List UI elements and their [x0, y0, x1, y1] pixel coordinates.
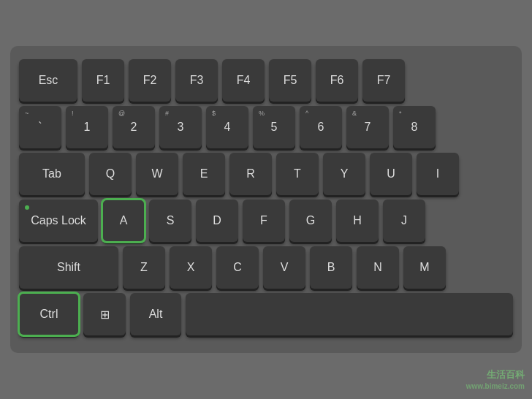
key-f4[interactable]: F4: [222, 59, 265, 102]
key-t[interactable]: T: [276, 153, 319, 195]
key-8[interactable]: *8: [393, 106, 436, 148]
key-tab[interactable]: Tab: [19, 153, 85, 195]
key-row-row-zxcv: ShiftZXCVBNM: [19, 246, 513, 289]
key-b[interactable]: B: [310, 246, 352, 289]
key-w[interactable]: W: [136, 153, 178, 195]
key-f7[interactable]: F7: [362, 59, 405, 102]
key-5[interactable]: %5: [253, 106, 295, 148]
key-space[interactable]: [186, 293, 513, 335]
key-6[interactable]: ^6: [300, 106, 342, 148]
key-row-row-qwerty: TabQWERTYUI: [19, 153, 513, 195]
key-a[interactable]: A: [102, 200, 145, 242]
key-2[interactable]: @2: [113, 106, 155, 148]
keyboard: EscF1F2F3F4F5F6F7~`!1@2#3$4%5^6&7*8TabQW…: [10, 46, 522, 353]
key-f3[interactable]: F3: [175, 59, 218, 102]
key-f1[interactable]: F1: [82, 59, 124, 102]
key-g[interactable]: G: [289, 200, 332, 242]
key-win[interactable]: ⊞: [83, 293, 126, 335]
key-s[interactable]: S: [149, 200, 191, 242]
watermark-line1: 生活百科: [466, 368, 525, 381]
key-u[interactable]: U: [370, 153, 412, 195]
key-i[interactable]: I: [417, 153, 459, 195]
key-v[interactable]: V: [263, 246, 305, 289]
key-f5[interactable]: F5: [269, 59, 311, 102]
key-3[interactable]: #3: [159, 106, 202, 148]
key-backtick[interactable]: ~`: [19, 106, 61, 148]
key-f6[interactable]: F6: [316, 59, 358, 102]
key-alt[interactable]: Alt: [130, 293, 181, 335]
key-capslock[interactable]: Caps Lock: [19, 200, 98, 242]
key-d[interactable]: D: [196, 200, 238, 242]
key-row-row-num: ~`!1@2#3$4%5^6&7*8: [19, 106, 513, 148]
key-7[interactable]: &7: [346, 106, 389, 148]
key-m[interactable]: M: [403, 246, 446, 289]
key-h[interactable]: H: [336, 200, 379, 242]
key-esc[interactable]: Esc: [19, 59, 77, 102]
key-c[interactable]: C: [216, 246, 259, 289]
key-j[interactable]: J: [383, 200, 425, 242]
key-r[interactable]: R: [229, 153, 272, 195]
watermark-line2: www.bimeiz.com: [466, 381, 525, 392]
key-shift[interactable]: Shift: [19, 246, 118, 289]
key-e[interactable]: E: [183, 153, 225, 195]
key-ctrl[interactable]: Ctrl: [19, 293, 79, 335]
key-f[interactable]: F: [243, 200, 285, 242]
key-q[interactable]: Q: [89, 153, 132, 195]
key-y[interactable]: Y: [323, 153, 365, 195]
key-z[interactable]: Z: [123, 246, 165, 289]
key-row-row-bottom: Ctrl⊞Alt: [19, 293, 513, 335]
key-n[interactable]: N: [357, 246, 399, 289]
key-x[interactable]: X: [170, 246, 212, 289]
key-row-row-fn: EscF1F2F3F4F5F6F7: [19, 59, 513, 102]
key-f2[interactable]: F2: [129, 59, 171, 102]
key-4[interactable]: $4: [206, 106, 248, 148]
watermark: 生活百科 www.bimeiz.com: [466, 368, 525, 392]
key-row-row-asdf: Caps LockASDFGHJ: [19, 200, 513, 242]
key-1[interactable]: !1: [66, 106, 108, 148]
